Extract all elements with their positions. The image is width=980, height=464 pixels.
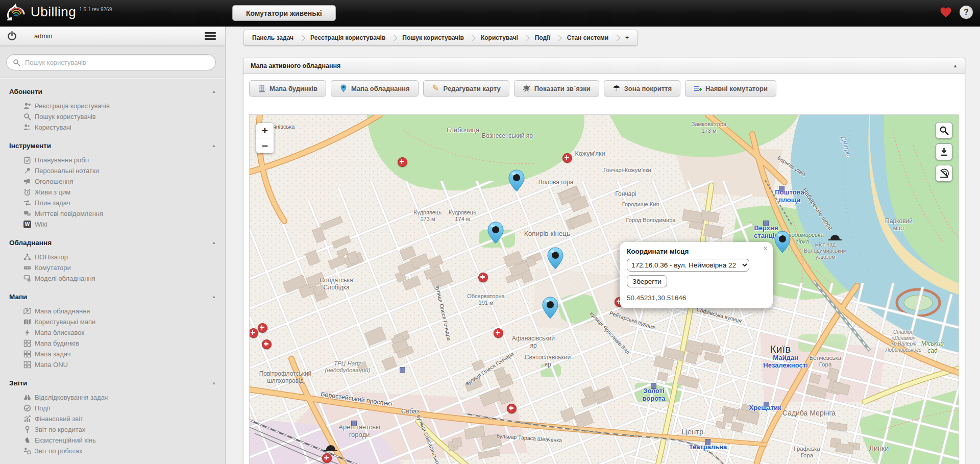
tab[interactable]: Стан системи <box>561 34 614 41</box>
sidebar-item[interactable]: Користувачі <box>0 122 225 133</box>
map-toolbar-button[interactable]: ✎Редагувати карту <box>423 80 509 96</box>
popup-coordinates: 50.45231,30.51646 <box>627 294 766 302</box>
add-location-marker[interactable] <box>507 404 517 413</box>
sidebar-item[interactable]: Реєстрація користувачів <box>0 101 225 111</box>
add-location-marker[interactable] <box>398 157 407 167</box>
sidebar-item-label: Пошук користувачів <box>35 113 96 120</box>
tab[interactable]: Пошук користувачів <box>397 34 470 41</box>
station-square-icon <box>651 383 656 389</box>
sidebar-section-header[interactable]: Звіти▲ <box>0 378 225 388</box>
map-search-button[interactable] <box>936 122 952 139</box>
map-toolbar: Мапа будинківМапа обладнання✎Редагувати … <box>249 80 959 96</box>
location-select[interactable]: 172.16.0.36 - вул. Неймовірна 22 <box>627 259 749 272</box>
tab-add[interactable]: + <box>620 34 634 41</box>
add-location-marker[interactable] <box>262 339 272 349</box>
sidebar-item[interactable]: Комутатори <box>0 262 225 273</box>
sidebar-section-header[interactable]: Мапи▲ <box>0 292 225 302</box>
sidebar-section: Мапи▲Мапа обладнанняКористувацькі мапиМа… <box>0 292 225 370</box>
add-location-marker[interactable] <box>478 273 488 282</box>
live-switches-button[interactable]: Комутатори живенькі <box>232 5 336 21</box>
tab[interactable]: Реєстрація користувачів <box>305 34 391 41</box>
add-location-marker[interactable] <box>562 153 572 163</box>
add-location-marker[interactable] <box>494 328 503 338</box>
equipment-marker[interactable] <box>774 231 791 253</box>
add-location-marker[interactable] <box>249 328 258 338</box>
jobs-icon <box>23 447 31 455</box>
user-add-icon <box>23 102 31 110</box>
sidebar-item[interactable]: Оголошення <box>0 176 225 187</box>
search-input[interactable] <box>24 58 209 67</box>
sidebar-item-label: Екзистенційний кінь <box>35 436 96 444</box>
map-toolbar-button[interactable]: Мапа будинків <box>249 80 326 96</box>
station-square-icon <box>400 367 405 373</box>
tab[interactable]: Користувачі <box>475 34 524 41</box>
tab[interactable]: Панель задач <box>247 34 299 41</box>
sidebar-item[interactable]: Мапа обладнання <box>0 306 225 316</box>
sidebar-item[interactable]: Пошук користувачів <box>0 111 225 122</box>
sidebar-item[interactable]: Відслідковування задач <box>0 392 225 403</box>
menu-toggle-icon[interactable] <box>203 30 218 42</box>
sidebar-item[interactable]: Миттєві повідомлення <box>0 208 225 219</box>
zoom-out-button[interactable]: − <box>256 138 274 153</box>
sidebar-section-header[interactable]: Абоненти▲ <box>0 87 225 96</box>
building-icon <box>258 84 266 92</box>
sidebar-section: Звіти▲Відслідковування задачПодіїФінансо… <box>0 378 225 456</box>
equipment-marker[interactable] <box>547 247 564 270</box>
equipment-marker[interactable] <box>487 222 504 244</box>
sidebar-item[interactable]: Плин задач <box>0 198 225 208</box>
sidebar-item[interactable]: WWiki <box>0 219 225 230</box>
section-title: Мапи <box>9 293 27 301</box>
collapse-icon[interactable]: ▲ <box>953 63 958 68</box>
help-icon[interactable]: ? <box>960 6 973 19</box>
map-download-button[interactable] <box>936 143 952 160</box>
add-location-marker[interactable] <box>258 323 267 333</box>
sidebar-item[interactable]: Персональні нотатки <box>0 165 225 176</box>
button-label: Редагувати карту <box>444 85 501 92</box>
map[interactable]: 'янівськаГлибочицяВознесенський ярЗамков… <box>249 114 959 464</box>
layout: admin Абоненти▲Реєстрація користувачівПо… <box>0 26 980 464</box>
sidebar-item[interactable]: Мапа будинків <box>0 338 225 349</box>
sidebar-item[interactable]: Планування робіт <box>0 155 225 165</box>
equipment-marker[interactable] <box>542 297 559 319</box>
popup-close-icon[interactable]: × <box>763 245 768 253</box>
section-collapse-icon[interactable]: ▲ <box>212 240 216 245</box>
heart-icon[interactable] <box>939 6 952 18</box>
section-collapse-icon[interactable]: ▲ <box>212 143 216 148</box>
sidebar-item[interactable]: ПОНізатор <box>0 252 225 262</box>
map-marker-icon <box>339 84 348 92</box>
zoom-in-button[interactable]: + <box>256 123 274 138</box>
sidebar-item[interactable]: Моделі обладнання <box>0 273 225 284</box>
sidebar-section-header[interactable]: Інструменти▲ <box>0 141 225 151</box>
map-toolbar-button[interactable]: Показати зв`язки <box>514 80 599 96</box>
sidebar-item[interactable]: Мапа ONU <box>0 359 225 370</box>
panel-title: Мапа активного обладнання <box>251 62 340 69</box>
sidebar-item[interactable]: ♞Екзистенційний кінь <box>0 435 225 446</box>
sidebar-section-header[interactable]: Обладнання▲ <box>0 238 225 248</box>
map-toolbar-button[interactable]: Наявні комутатори <box>685 80 776 96</box>
app-name: Ubilling <box>31 4 76 19</box>
map-grid-icon <box>23 350 31 358</box>
map-toolbar-button[interactable]: Мапа обладнання <box>331 80 419 96</box>
sidebar-item[interactable]: Користувацькі мапи <box>0 316 225 327</box>
sidebar-item[interactable]: Фінансовий звіт <box>0 413 225 424</box>
tab[interactable]: Події <box>529 34 556 41</box>
map-toolbar-button[interactable]: ☂Зона покриття <box>604 80 680 96</box>
sidebar-item[interactable]: Звіт по кредитах <box>0 424 225 435</box>
equipment-marker[interactable] <box>508 169 525 192</box>
sidebar-item[interactable]: Мапа задач <box>0 349 225 359</box>
section-collapse-icon[interactable]: ▲ <box>212 89 216 94</box>
section-collapse-icon[interactable]: ▲ <box>212 381 216 385</box>
sidebar-item-label: Реєстрація користувачів <box>35 102 110 110</box>
map-measure-button[interactable] <box>936 165 952 182</box>
sidebar-item[interactable]: Звіт по роботах <box>0 446 225 456</box>
add-location-marker[interactable] <box>322 453 332 463</box>
logout-power-icon[interactable] <box>7 31 17 41</box>
sidebar-item[interactable]: Живи з цим <box>0 187 225 198</box>
section-title: Інструменти <box>9 142 51 150</box>
popup-title: Координати місця <box>627 248 766 255</box>
section-collapse-icon[interactable]: ▲ <box>212 295 216 299</box>
sidebar-item[interactable]: Мапа блискавок <box>0 327 225 338</box>
sidebar-item-label: Мапа блискавок <box>35 329 84 336</box>
sidebar-item[interactable]: Події <box>0 403 225 413</box>
save-button[interactable]: Зберегти <box>627 275 667 287</box>
